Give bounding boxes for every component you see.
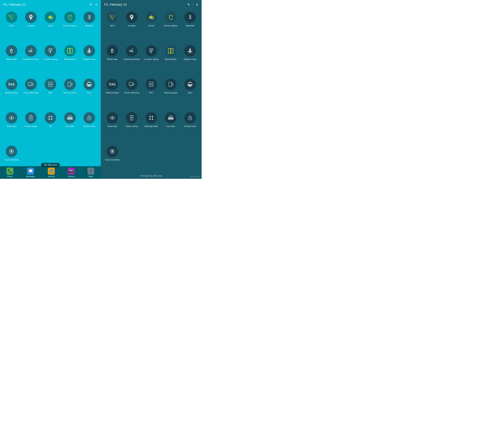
qs-power-saving[interactable]: Power saving	[122, 110, 142, 144]
qs-multi-window[interactable]: Multi window	[60, 43, 80, 77]
blocking-mode-circle	[145, 112, 157, 124]
svg-point-33	[149, 116, 151, 117]
side-key-circle	[165, 78, 177, 90]
qs-download-booster[interactable]: Download booster	[122, 43, 142, 77]
private-mode-circle	[84, 112, 95, 124]
qs-side-key[interactable]: Side key panel	[60, 77, 80, 110]
nfc-circle	[45, 78, 56, 90]
qs-u-power[interactable]: U. power saving	[41, 43, 60, 77]
svg-point-36	[152, 118, 153, 120]
qs-multi-window[interactable]: Multi window	[161, 43, 180, 77]
qs-power-saving[interactable]: Power saving	[21, 110, 41, 144]
qs-location[interactable]: Location	[21, 10, 41, 43]
qs-car-mode[interactable]: Car mode	[60, 110, 80, 144]
side-key-label: Side key panel	[63, 92, 76, 94]
qs-screen-rotation[interactable]: Screen rotation	[161, 10, 180, 43]
emergency-bar: Emergency calls only	[101, 173, 202, 179]
qs-mobile-hotspot[interactable]: Mobile hotspot	[103, 77, 122, 110]
right-header-icons: ✎ ≡	[187, 2, 198, 7]
qs-private-mode[interactable]: Private mode	[180, 110, 200, 144]
qs-nfc[interactable]: NFC	[41, 77, 60, 110]
qs-mobile-data[interactable]: Mobile data	[103, 43, 122, 77]
qs-screen-rotation[interactable]: Screen rotation	[60, 10, 80, 43]
wifi-circle	[107, 12, 118, 23]
private-mode-label: Private mode	[184, 125, 196, 128]
svg-point-34	[152, 116, 153, 117]
qs-sync[interactable]: Sync	[80, 77, 99, 110]
qs-bluetooth[interactable]: Bluetooth	[180, 10, 200, 43]
qs-airplane[interactable]: Airplane mode	[80, 43, 99, 77]
right-edit-icon[interactable]: ✎	[187, 2, 190, 7]
car-mode-label: Car mode	[65, 125, 74, 128]
mobile-data-label: Mobile data	[6, 58, 17, 60]
qs-mobile-hotspot[interactable]: Mobile hotspot	[2, 77, 21, 110]
private-mode-circle	[184, 112, 196, 124]
qs-private-mode[interactable]: Private mode	[80, 110, 99, 144]
left-panel: Fri, February 13 ✎ ≡ Wi-FiLocationSoundS…	[0, 0, 101, 179]
all-label: All	[49, 125, 52, 128]
qs-mobile-data[interactable]: Mobile data	[2, 43, 21, 77]
multi-window-label: Multi window	[64, 58, 76, 60]
location-label: Location	[128, 24, 136, 27]
qs-screen-mirroring[interactable]: Screen Mirroring	[21, 77, 41, 110]
qs-sync[interactable]: Sync	[180, 77, 200, 110]
qs-wifi[interactable]: Wi-Fi	[2, 10, 21, 43]
touch-sensitivity-label: Touch sensitivity	[105, 158, 120, 161]
qs-screen-mirroring[interactable]: Screen Mirroring	[122, 77, 142, 110]
qs-side-key[interactable]: Side key panel	[161, 77, 180, 110]
svg-rect-22	[168, 48, 171, 53]
qs-nfc[interactable]: NFC	[142, 77, 161, 110]
qs-wifi[interactable]: Wi-Fi	[103, 10, 122, 43]
apps-label: Apps	[89, 175, 93, 177]
all-circle	[45, 112, 56, 124]
qs-car-mode[interactable]: Car mode	[161, 110, 180, 144]
qs-bluetooth[interactable]: Bluetooth	[80, 10, 99, 43]
qs-download-booster[interactable]: Download booster	[21, 43, 41, 77]
qs-airplane[interactable]: Airplane mode	[180, 43, 200, 77]
power-saving-label: Power saving	[126, 125, 138, 128]
phone-label: Phone	[7, 175, 13, 177]
internet-label: Internet	[48, 175, 54, 177]
multi-window-label: Multi window	[165, 58, 177, 60]
left-menu-icon[interactable]: ≡	[95, 3, 97, 7]
bottom-phone[interactable]: 📞 Phone	[6, 168, 13, 177]
left-edit-icon[interactable]: ✎	[90, 2, 92, 7]
screen-mirroring-label: Screen Mirroring	[23, 92, 38, 94]
download-booster-label: Download booster	[124, 58, 140, 60]
sync-label: Sync	[87, 92, 91, 94]
mobile-data-circle	[107, 45, 118, 57]
qs-smart-stay[interactable]: Smart stay	[103, 110, 122, 144]
bottom-bar: 📞 Phone 💬 Messages 🌐 Internet 📷 Camera ⋮…	[0, 166, 101, 179]
messages-label: Messages	[26, 175, 35, 177]
qs-sound[interactable]: Sound	[142, 10, 161, 43]
bottom-apps[interactable]: ⋮⋮⋮ Apps	[87, 168, 94, 177]
car-mode-label: Car mode	[166, 125, 175, 128]
qs-sound[interactable]: Sound	[41, 10, 60, 43]
qs-smart-stay[interactable]: Smart stay	[2, 110, 21, 144]
airplane-circle	[184, 45, 196, 57]
qs-u-power[interactable]: U. power saving	[142, 43, 161, 77]
qs-all[interactable]: All	[41, 110, 60, 144]
qs-touch-sensitivity[interactable]: Touch sensitivity	[103, 144, 122, 177]
location-circle	[25, 12, 37, 23]
u-power-circle	[45, 45, 56, 57]
bottom-messages[interactable]: 💬 Messages	[26, 168, 35, 177]
touch-sensitivity-circle	[107, 146, 118, 157]
power-saving-circle	[25, 112, 37, 124]
bottom-internet[interactable]: 🌐 Internet	[48, 168, 55, 177]
sync-circle	[84, 78, 95, 90]
power-saving-circle	[126, 112, 137, 124]
phonearena-badge: phoneArena	[190, 175, 200, 177]
bottom-camera[interactable]: 📷 Camera	[68, 168, 75, 177]
download-booster-circle	[126, 45, 137, 57]
qs-blocking-mode[interactable]: Blocking mode	[142, 110, 161, 144]
svg-point-13	[49, 116, 50, 117]
svg-point-16	[51, 118, 52, 120]
screen-mirroring-circle	[126, 78, 137, 90]
right-menu-icon[interactable]: ≡	[196, 3, 198, 7]
multi-window-circle	[165, 45, 177, 57]
screen-mirroring-label: Screen Mirroring	[124, 92, 139, 94]
download-booster-circle	[25, 45, 37, 57]
sound-label: Sound	[148, 24, 154, 27]
qs-location[interactable]: Location	[122, 10, 142, 43]
